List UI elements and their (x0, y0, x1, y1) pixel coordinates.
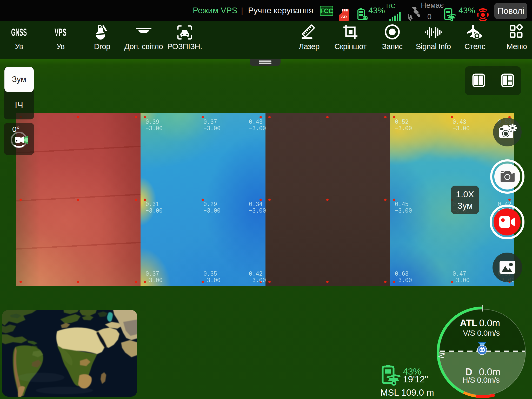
svg-text:SD: SD (341, 15, 347, 19)
